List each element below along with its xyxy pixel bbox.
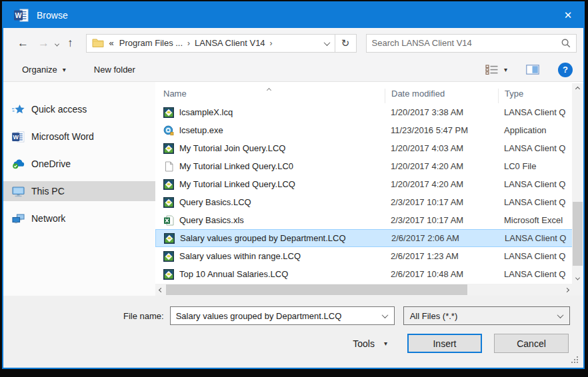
navigation-pane: Quick access Microsoft Word OneDrive Thi… (3, 82, 155, 296)
file-row[interactable]: Salary values within range.LCQ 2/6/2017 … (155, 247, 583, 265)
file-date: 2/6/2017 10:48 AM (385, 269, 498, 279)
scroll-down-button[interactable] (572, 273, 583, 284)
chevron-right-icon (564, 287, 569, 292)
search-input[interactable] (372, 38, 558, 48)
file-row[interactable]: Query Basics.LCQ 2/3/2017 10:17 AM LANSA… (155, 193, 583, 211)
close-button[interactable]: ✕ (553, 3, 583, 28)
sidebar-item-onedrive[interactable]: OneDrive (3, 154, 155, 174)
window-title: Browse (37, 10, 553, 21)
address-dropdown-button[interactable] (325, 38, 329, 48)
chevron-down-icon (55, 41, 59, 46)
file-type: LANSA Client Q (498, 107, 583, 117)
file-row[interactable]: Query Basics.xls 2/3/2017 10:17 AM Micro… (155, 211, 583, 229)
file-row[interactable]: My Tutorial Linked Query.LC0 1/20/2017 4… (155, 157, 583, 175)
navigation-bar: ← → ↑ « Program Files ... › LANSA Client… (3, 28, 583, 58)
sidebar-item-quick-access[interactable]: Quick access (3, 99, 155, 119)
close-icon: ✕ (564, 9, 573, 21)
file-name-combobox (170, 306, 395, 325)
lcq-file-icon (163, 179, 174, 190)
file-name-dropdown-button[interactable] (377, 314, 394, 318)
file-name: My Tutorial Linked Query.LCQ (179, 179, 295, 189)
chevron-down-icon: ▾ (63, 66, 66, 73)
preview-pane-button[interactable] (526, 65, 539, 75)
file-row-selected[interactable]: Salary values grouped by Department.LCQ … (155, 229, 583, 247)
refresh-button[interactable]: ↻ (335, 34, 357, 53)
file-name: lcsampleX.lcq (179, 107, 233, 117)
command-toolbar: Organize ▾ New folder ▾ ? (3, 58, 583, 82)
forward-button[interactable]: → (33, 35, 54, 51)
file-name: My Tutorial Join Query.LCQ (179, 143, 285, 153)
address-bar[interactable]: « Program Files ... › LANSA Client V14 › (86, 34, 335, 53)
file-type-combobox[interactable]: All Files (*.*) (403, 306, 570, 325)
file-name-input[interactable] (171, 311, 377, 321)
file-type: LANSA Client Q (498, 143, 583, 153)
resize-grip-icon[interactable] (577, 362, 578, 363)
vertical-scroll-thumb[interactable] (573, 202, 583, 266)
file-row[interactable]: My Tutorial Linked Query.LCQ 1/20/2017 4… (155, 175, 583, 193)
history-dropdown-button[interactable] (55, 37, 59, 49)
details-view-icon (485, 65, 499, 75)
cancel-label: Cancel (517, 338, 546, 349)
breadcrumb-separator: › (187, 39, 190, 48)
organize-button[interactable]: Organize ▾ (22, 65, 66, 75)
file-row[interactable]: lcsetup.exe 11/23/2016 5:47 PM Applicati… (155, 121, 583, 139)
file-name: Top 10 Annual Salaries.LCQ (179, 269, 288, 279)
file-row[interactable]: Top 10 Annual Salaries.LCQ 2/6/2017 10:4… (155, 265, 583, 283)
title-bar: Browse ✕ (3, 3, 583, 28)
search-icon (561, 39, 571, 48)
insert-button[interactable]: Insert (407, 334, 482, 353)
file-row[interactable]: My Tutorial Join Query.LCQ 1/20/2017 4:0… (155, 139, 583, 157)
quick-access-star-icon (12, 104, 25, 115)
chevron-down-icon: ▾ (504, 66, 507, 73)
cancel-button[interactable]: Cancel (494, 334, 569, 353)
organize-label: Organize (22, 65, 57, 75)
breadcrumb-segment[interactable]: Program Files ... (119, 38, 183, 48)
chevron-down-icon (323, 39, 330, 46)
column-header-type[interactable]: Type (498, 89, 583, 103)
file-date: 2/6/2017 2:06 AM (385, 233, 499, 243)
help-button[interactable]: ? (558, 63, 573, 77)
sidebar-item-label: Microsoft Word (31, 131, 94, 142)
sidebar-item-this-pc[interactable]: This PC (3, 181, 155, 201)
file-rows: lcsampleX.lcq 1/20/2017 3:38 AM LANSA Cl… (155, 103, 583, 283)
new-folder-label: New folder (94, 65, 135, 75)
file-name: Query Basics.xls (179, 215, 244, 225)
column-header-date-modified[interactable]: Date modified (385, 89, 498, 103)
vertical-scrollbar[interactable] (572, 83, 583, 284)
scroll-right-button[interactable] (561, 284, 572, 296)
file-row[interactable]: lcsampleX.lcq 1/20/2017 3:38 AM LANSA Cl… (155, 103, 583, 121)
search-box (366, 34, 577, 53)
scroll-up-button[interactable] (572, 83, 583, 94)
up-button[interactable]: ↑ (63, 35, 78, 51)
sidebar-item-label: OneDrive (31, 159, 71, 169)
back-button[interactable]: ← (13, 35, 33, 51)
file-date: 2/6/2017 1:23 AM (385, 251, 498, 261)
browse-dialog: Browse ✕ ← → ↑ « Program Files ... › LAN… (2, 1, 585, 369)
this-pc-monitor-icon (12, 186, 25, 197)
breadcrumb-separator: › (270, 39, 273, 48)
lcq-file-icon (163, 143, 174, 154)
horizontal-scrollbar[interactable] (155, 284, 572, 296)
help-icon: ? (563, 65, 568, 75)
file-type-dropdown-button[interactable] (552, 314, 569, 318)
file-name: Salary values grouped by Department.LCQ (180, 233, 346, 243)
breadcrumb-segment[interactable]: LANSA Client V14 (195, 38, 265, 48)
change-view-button[interactable]: ▾ (485, 65, 507, 75)
preview-pane-icon (526, 65, 539, 75)
lcq-file-icon (163, 251, 174, 262)
scroll-left-button[interactable] (155, 284, 166, 296)
tools-button[interactable]: Tools ▾ (353, 338, 387, 349)
sidebar-item-label: This PC (31, 186, 65, 196)
file-type: LANSA Client Q (499, 233, 583, 243)
new-folder-button[interactable]: New folder (94, 65, 135, 75)
sidebar-item-network[interactable]: Network (3, 208, 155, 228)
sidebar-item-microsoft-word[interactable]: Microsoft Word (3, 127, 155, 147)
file-date: 11/23/2016 5:47 PM (385, 125, 498, 135)
horizontal-scroll-thumb[interactable] (166, 284, 467, 295)
refresh-icon: ↻ (341, 37, 350, 49)
breadcrumb-collapsed[interactable]: « (109, 38, 114, 48)
dialog-footer: File name: All Files (*.*) Tools ▾ Inser… (3, 296, 583, 368)
file-type: LANSA Client Q (498, 197, 583, 207)
lcq-file-icon (163, 197, 174, 208)
file-name-label: File name: (123, 311, 164, 321)
